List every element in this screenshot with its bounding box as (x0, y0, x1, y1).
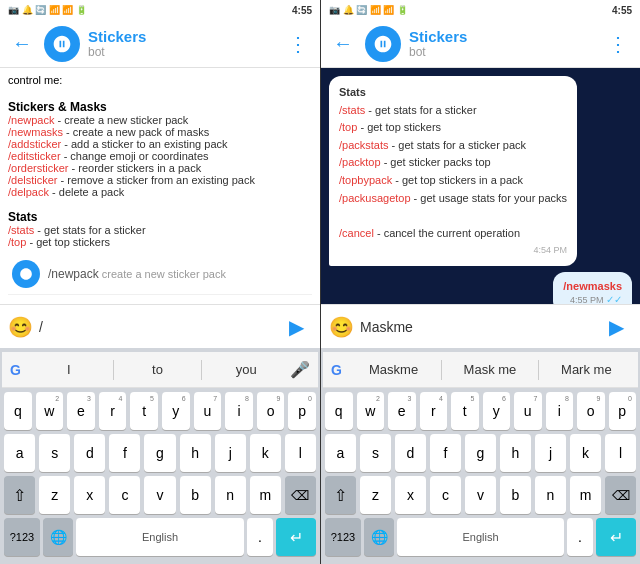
chat-content-left: control me: Stickers & Masks /newpack - … (8, 74, 312, 248)
key-space[interactable]: English (76, 518, 244, 556)
emoji-button-right[interactable]: 😊 (329, 315, 354, 339)
key-rspace[interactable]: English (397, 518, 564, 556)
key-u[interactable]: u7 (194, 392, 222, 430)
key-shift[interactable]: ⇧ (4, 476, 35, 514)
emoji-button-left[interactable]: 😊 (8, 315, 33, 339)
key-rs[interactable]: s (360, 434, 391, 472)
key-p[interactable]: p0 (288, 392, 316, 430)
key-h[interactable]: h (180, 434, 211, 472)
suggestion-mark-me[interactable]: Mark me (543, 358, 630, 381)
key-j[interactable]: j (215, 434, 246, 472)
key-o[interactable]: o9 (257, 392, 285, 430)
key-enter[interactable]: ↵ (276, 518, 316, 556)
suggestion-to[interactable]: to (118, 358, 198, 381)
key-m[interactable]: m (250, 476, 281, 514)
chat-bubble-area: Stats /stats - get stats for a sticker /… (321, 68, 640, 304)
key-d[interactable]: d (74, 434, 105, 472)
key-rbackspace[interactable]: ⌫ (605, 476, 636, 514)
key-rc[interactable]: c (430, 476, 461, 514)
key-rshift[interactable]: ⇧ (325, 476, 356, 514)
key-rl[interactable]: l (605, 434, 636, 472)
section1-title: Stickers & Masks (8, 100, 312, 114)
key-rr[interactable]: r4 (420, 392, 448, 430)
key-g[interactable]: g (144, 434, 175, 472)
key-rz[interactable]: z (360, 476, 391, 514)
key-rnumsym[interactable]: ?123 (325, 518, 361, 556)
key-rv[interactable]: v (465, 476, 496, 514)
suggestion-you[interactable]: you (206, 358, 286, 381)
key-re[interactable]: e3 (388, 392, 416, 430)
key-rw[interactable]: w2 (357, 392, 385, 430)
key-globe[interactable]: 🌐 (43, 518, 73, 556)
back-button-left[interactable]: ← (8, 28, 36, 59)
key-f[interactable]: f (109, 434, 140, 472)
key-rb[interactable]: b (500, 476, 531, 514)
key-v[interactable]: v (144, 476, 175, 514)
key-rglobe[interactable]: 🌐 (364, 518, 394, 556)
key-y[interactable]: y6 (162, 392, 190, 430)
message-input-left[interactable] (39, 311, 274, 343)
key-t[interactable]: t5 (130, 392, 158, 430)
key-rd[interactable]: d (395, 434, 426, 472)
key-row-r1: q w2 e3 r4 t5 y6 u7 i8 o9 p0 (325, 392, 636, 430)
key-n[interactable]: n (215, 476, 246, 514)
send-button-right[interactable]: ▶ (600, 311, 632, 343)
key-b[interactable]: b (180, 476, 211, 514)
key-backspace[interactable]: ⌫ (285, 476, 316, 514)
key-i[interactable]: i8 (225, 392, 253, 430)
send-button-left[interactable]: ▶ (280, 311, 312, 343)
send-arrow-icon-left: ▶ (289, 315, 304, 339)
key-k[interactable]: k (250, 434, 281, 472)
key-w[interactable]: w2 (36, 392, 64, 430)
right-panel: 📷 🔔 🔄 📶 📶 🔋 4:55 ← Stickers bot ⋮ Stats … (320, 0, 640, 564)
suggestion-newpack[interactable]: /newpack create a new sticker pack (8, 254, 312, 295)
menu-button-right[interactable]: ⋮ (604, 28, 632, 60)
mic-icon[interactable]: 🎤 (290, 360, 310, 379)
key-rperiod[interactable]: . (567, 518, 593, 556)
key-rg[interactable]: g (465, 434, 496, 472)
key-z[interactable]: z (39, 476, 70, 514)
key-row-r3: ⇧ z x c v b n m ⌫ (325, 476, 636, 514)
cmd-stats: /stats - get stats for a sticker (8, 224, 312, 236)
key-x[interactable]: x (74, 476, 105, 514)
suggestion-bar-left: G I to you 🎤 (2, 352, 318, 388)
key-e[interactable]: e3 (67, 392, 95, 430)
key-rx[interactable]: x (395, 476, 426, 514)
key-s[interactable]: s (39, 434, 70, 472)
header-title-left: Stickers (88, 28, 276, 45)
key-rn[interactable]: n (535, 476, 566, 514)
key-period[interactable]: . (247, 518, 273, 556)
key-rh[interactable]: h (500, 434, 531, 472)
key-rm[interactable]: m (570, 476, 601, 514)
key-a[interactable]: a (4, 434, 35, 472)
key-rj[interactable]: j (535, 434, 566, 472)
app-header-left: ← Stickers bot ⋮ (0, 20, 320, 68)
key-ra[interactable]: a (325, 434, 356, 472)
key-ru[interactable]: u7 (514, 392, 542, 430)
key-ro[interactable]: o9 (577, 392, 605, 430)
suggestion-I[interactable]: I (29, 358, 109, 381)
message-input-right[interactable] (360, 311, 594, 343)
key-renter[interactable]: ↵ (596, 518, 636, 556)
keyboard-left: G I to you 🎤 q w2 e3 r4 t5 y6 u7 i8 o9 p… (0, 348, 320, 564)
key-q[interactable]: q (4, 392, 32, 430)
menu-button-left[interactable]: ⋮ (284, 28, 312, 60)
suggestion-mask-me[interactable]: Mask me (446, 358, 533, 381)
key-l[interactable]: l (285, 434, 316, 472)
key-ri[interactable]: i8 (546, 392, 574, 430)
keyboard-rows-left: q w2 e3 r4 t5 y6 u7 i8 o9 p0 a s d f g h… (2, 388, 318, 564)
key-rk[interactable]: k (570, 434, 601, 472)
key-c[interactable]: c (109, 476, 140, 514)
read-receipt: ✓✓ (606, 294, 622, 304)
key-rq[interactable]: q (325, 392, 353, 430)
key-rt[interactable]: t5 (451, 392, 479, 430)
key-ry[interactable]: y6 (483, 392, 511, 430)
back-button-right[interactable]: ← (329, 28, 357, 59)
key-rf[interactable]: f (430, 434, 461, 472)
key-rp[interactable]: p0 (609, 392, 637, 430)
key-r[interactable]: r4 (99, 392, 127, 430)
suggestion-maskme[interactable]: Maskme (350, 358, 437, 381)
cmd-delpack: /delpack - delete a pack (8, 186, 312, 198)
header-info-right: Stickers bot (409, 28, 596, 59)
key-numsym[interactable]: ?123 (4, 518, 40, 556)
